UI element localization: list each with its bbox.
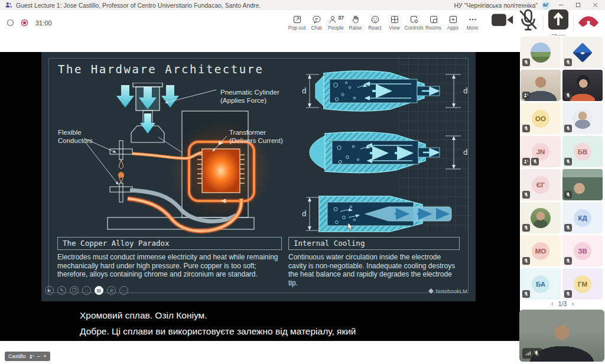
play-button[interactable]: ▶	[45, 286, 54, 295]
toolbar-share-button[interactable]: Share	[545, 11, 571, 35]
tile-badges	[522, 257, 530, 265]
avatar: ◂▸	[573, 43, 593, 63]
toolbar-pop-out-button[interactable]: Pop out	[287, 11, 307, 35]
avatar	[573, 109, 593, 129]
participant-pager: ‹ 1/3 ›	[520, 300, 605, 308]
edit-button[interactable]: ✎	[57, 286, 66, 295]
presenter-zoom-pill: Castillo – +	[5, 352, 50, 361]
participant-tile-ЗВ[interactable]: ЗВ	[562, 235, 603, 266]
slide-player-controls: ▶✎❐◌▤⊘⋯	[45, 286, 128, 295]
participant-initials: БА	[532, 275, 549, 293]
meeting-timer: 31:00	[35, 20, 52, 27]
live-captions: Хромовий сплав. Озіл Коніум. Добре. Ці с…	[80, 307, 356, 339]
participant-tile[interactable]	[562, 169, 603, 200]
toolbar-react-button[interactable]: React	[365, 11, 385, 35]
mic-off-icon	[522, 257, 530, 265]
zoom-button[interactable]: ◌	[82, 286, 91, 295]
toolbar-controls-button[interactable]: Controls	[404, 11, 424, 35]
avatar	[531, 43, 551, 63]
stream-status-icon	[6, 18, 15, 27]
toolbar-button-label: Apps	[447, 25, 459, 31]
pager-next-button[interactable]: ›	[571, 300, 574, 308]
participant-tile-БВ[interactable]: БВ	[562, 136, 603, 167]
mic-off-icon	[522, 125, 530, 132]
tile-badges	[522, 224, 530, 232]
toolbar-chat-button[interactable]: Chat	[307, 11, 326, 35]
zoom-in-button[interactable]: +	[43, 353, 47, 359]
participant-initials: ЄГ	[532, 176, 549, 194]
caption-line-1: Хромовий сплав. Озіл Коніум.	[80, 307, 356, 323]
rooms-icon	[429, 15, 438, 24]
mic-off-icon	[564, 191, 572, 199]
toolbar-button-label: More	[467, 25, 479, 31]
participant-tile-БА[interactable]: БА	[521, 268, 561, 300]
view-icon	[390, 15, 399, 24]
pager-prev-button[interactable]: ‹	[551, 300, 554, 308]
mic-off-icon	[564, 125, 572, 132]
participant-tile-JN[interactable]: JN	[521, 136, 561, 167]
participant-tile[interactable]	[521, 202, 561, 233]
dimension-label: d	[463, 148, 468, 157]
toolbar-mic-button[interactable]: Mic	[515, 11, 541, 35]
toolbar-button-label: People	[328, 25, 344, 31]
dimension-label: d	[302, 87, 307, 95]
toolbar-separator	[543, 15, 544, 31]
participant-initials: OO	[532, 110, 549, 128]
meeting-title: Guest Lecture 1: Jose Castillo, Professo…	[16, 2, 454, 9]
toolbar-button-label: Chat	[311, 25, 321, 31]
toolbar-button-label: Controls	[405, 25, 424, 31]
mute-button[interactable]: ⊘	[107, 286, 116, 295]
mic-off-icon	[564, 92, 572, 99]
participant-tile[interactable]	[521, 37, 561, 68]
participant-tile-ЄГ[interactable]: ЄГ	[521, 169, 561, 200]
chat-icon	[312, 15, 321, 24]
participant-tile[interactable]	[562, 70, 603, 101]
toolbar-rooms-button[interactable]: Rooms	[424, 11, 443, 35]
mouse-cursor	[347, 222, 354, 231]
tile-badges	[564, 290, 572, 298]
mic-off-icon	[534, 348, 539, 359]
toolbar-people-button[interactable]: 37People	[326, 11, 346, 35]
participant-tile-КД[interactable]: КД	[562, 202, 603, 233]
toolbar-apps-button[interactable]: Apps	[443, 11, 463, 35]
participant-initials: МО	[532, 242, 549, 260]
notes-button[interactable]: ▤	[95, 286, 103, 295]
presenter-name: Castillo	[8, 353, 26, 359]
participant-tile-OO[interactable]: OO	[521, 103, 561, 134]
copy-button[interactable]: ❐	[70, 286, 79, 295]
dimension-label: d	[463, 87, 468, 95]
stage-bottom-strip: Castillo – +	[0, 341, 520, 364]
apps-icon	[448, 15, 458, 24]
participant-initials: КД	[574, 209, 591, 227]
zoom-out-button[interactable]: –	[37, 353, 41, 359]
tile-badges	[564, 125, 572, 132]
participant-tile-МО[interactable]: МО	[521, 235, 561, 266]
tile-badges	[564, 224, 572, 232]
tile-badges	[522, 125, 530, 132]
toolbar-raise-button[interactable]: Raise	[346, 11, 365, 35]
dimension-label: d	[302, 210, 307, 218]
presentation-slide: The Hardware Architecture	[41, 52, 476, 301]
toolbar-camera-button[interactable]: Camera	[489, 11, 515, 35]
notebooklm-logo-icon	[428, 288, 434, 294]
participant-tile[interactable]	[521, 70, 561, 101]
electrode-cooling-diagram: d	[301, 69, 473, 241]
toolbar-view-button[interactable]: View	[385, 11, 404, 35]
recording-indicator-icon	[20, 18, 29, 27]
more-button[interactable]: ⋯	[119, 286, 128, 295]
participant-tile-ГМ[interactable]: ГМ	[562, 268, 603, 300]
tile-badges	[522, 158, 539, 165]
spotlight-icon	[522, 158, 530, 165]
raise-hand-icon	[351, 15, 360, 24]
local-video-tile[interactable]	[519, 310, 604, 362]
toolbar-leave-button[interactable]: Leave	[575, 11, 601, 35]
participant-tile[interactable]: ◂▸	[562, 37, 603, 68]
spotlight-icon	[522, 92, 530, 99]
participant-tile[interactable]	[562, 103, 603, 134]
controls-icon	[409, 15, 419, 24]
internal-cooling-title: Internal Cooling	[288, 237, 460, 250]
toolbar-more-button[interactable]: More	[463, 11, 482, 35]
react-icon	[370, 15, 380, 24]
screen-share-region: The Hardware Architecture	[0, 52, 520, 341]
avatar	[531, 208, 551, 228]
